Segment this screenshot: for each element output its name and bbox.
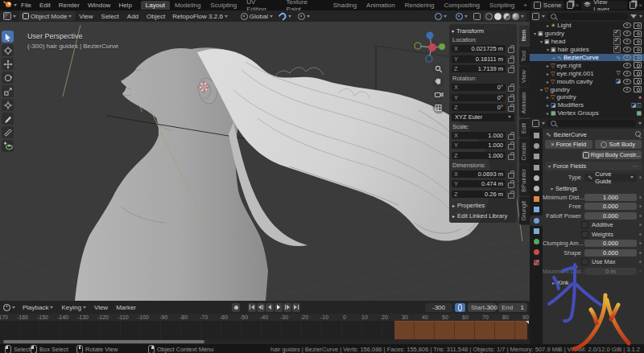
- preview-range-toggle[interactable]: [455, 303, 465, 312]
- outliner-row-light[interactable]: ▸☀Light: [530, 22, 644, 30]
- camera-visibility-icon[interactable]: [634, 86, 642, 92]
- modifiers-tab-button[interactable]: [531, 206, 541, 213]
- select-box-tool-button[interactable]: [2, 31, 14, 43]
- outliner-row-eye-right-001[interactable]: ▸▽eye.right.001▽: [530, 69, 644, 77]
- lock-icon[interactable]: [508, 47, 514, 53]
- outliner-row-gundry[interactable]: ▾▽gundry: [530, 85, 644, 93]
- shading-rendered-icon[interactable]: [512, 13, 519, 20]
- viewport-menu-add[interactable]: Add: [123, 13, 142, 20]
- next-keyframe-button[interactable]: [283, 303, 291, 312]
- lock-icon[interactable]: [508, 86, 514, 92]
- dimensions-z-field[interactable]: Z0.26 m: [452, 191, 506, 198]
- soft-body-button[interactable]: Soft Body: [595, 140, 642, 149]
- timeline-tracks[interactable]: [0, 321, 530, 340]
- viewport-nav-buttons[interactable]: [433, 64, 445, 114]
- animate-dot[interactable]: [639, 261, 642, 263]
- workspace-tab-compositing[interactable]: Compositing: [440, 1, 485, 10]
- n-tab-item[interactable]: Item: [519, 26, 530, 46]
- disclosure-open-icon[interactable]: ▾: [532, 31, 538, 36]
- timeline-menu-playback[interactable]: Playback: [19, 304, 57, 311]
- disclosure-closed-icon[interactable]: ▸: [545, 71, 551, 76]
- exclude-checkbox[interactable]: [613, 38, 621, 45]
- viewport-3d[interactable]: User Perspective (-300) hair guides | Be…: [0, 22, 530, 301]
- add-cube-tool-button[interactable]: [2, 140, 14, 152]
- filter-icon[interactable]: [630, 14, 637, 18]
- checkbox-use-max[interactable]: [581, 258, 588, 265]
- eye-visibility-icon[interactable]: [623, 39, 631, 44]
- checkbox-weights[interactable]: [581, 231, 588, 238]
- menu-file[interactable]: File: [17, 2, 35, 9]
- animate-dot[interactable]: [639, 233, 642, 236]
- location-x-field[interactable]: X0.021725 m: [452, 45, 506, 52]
- rotation-mode-dropdown[interactable]: XYZ Euler: [452, 113, 514, 121]
- timeline-ruler[interactable]: -170-160-150-140-130-120-110-100-90-80-7…: [0, 314, 530, 321]
- render-tab-button[interactable]: [531, 142, 541, 150]
- eye-visibility-icon[interactable]: [623, 71, 631, 76]
- dimensions-y-field[interactable]: Y0.474 m: [452, 180, 506, 187]
- axis-x-handle[interactable]: [428, 43, 436, 51]
- disclosure-closed-icon[interactable]: ▸: [545, 23, 551, 28]
- location-z-field[interactable]: Z1.7139 m: [452, 65, 506, 72]
- workspace-tab-scripting[interactable]: Scripting: [485, 1, 519, 10]
- shading-material-icon[interactable]: [503, 13, 510, 20]
- disclosure-closed-icon[interactable]: ▸: [545, 94, 551, 100]
- menu-edit[interactable]: Edit: [35, 2, 55, 9]
- panel-menu-icon[interactable]: ⋯: [633, 162, 639, 170]
- current-frame-field[interactable]: -300: [425, 303, 452, 312]
- axis-z-handle[interactable]: [427, 32, 434, 39]
- lock-icon[interactable]: [508, 183, 514, 188]
- n-tab-tool[interactable]: Tool: [519, 47, 530, 66]
- add-workspace-button[interactable]: +: [519, 2, 531, 9]
- force-fields-panel-header[interactable]: ▾ Force Fields ⋯: [545, 162, 642, 170]
- remove-icon[interactable]: ×: [551, 141, 554, 148]
- axis-z-neg-handle[interactable]: [426, 55, 432, 62]
- rotate-tool-button[interactable]: [2, 72, 14, 84]
- animate-dot[interactable]: [639, 205, 642, 207]
- blender-logo-icon[interactable]: [3, 1, 12, 10]
- lock-icon[interactable]: [508, 96, 514, 102]
- move-tool-button[interactable]: [2, 58, 14, 70]
- eye-visibility-icon[interactable]: [623, 63, 631, 68]
- play-button[interactable]: [275, 303, 283, 312]
- property-slider[interactable]: 0.000: [584, 249, 637, 257]
- n-tab-edit[interactable]: Edit: [519, 119, 530, 138]
- viewport-menu-object[interactable]: Object: [142, 13, 169, 20]
- prev-keyframe-button[interactable]: [257, 303, 265, 312]
- location-y-field[interactable]: Y0.16111 m: [452, 55, 506, 63]
- workspace-tab-rendering[interactable]: Rendering: [400, 1, 440, 10]
- collapsed-panel-edit-linked-library[interactable]: ▸Edit Linked Library: [452, 212, 514, 220]
- retopoflow-menu[interactable]: RetopoFlow 3.2.6: [169, 11, 231, 21]
- workspace-tab-shading[interactable]: Shading: [328, 1, 361, 10]
- animate-dot[interactable]: [639, 215, 642, 217]
- checkbox-additive[interactable]: [581, 221, 588, 228]
- scale-x-field[interactable]: X1.000: [452, 132, 506, 139]
- jump-to-start-button[interactable]: [248, 303, 256, 312]
- outliner-row-gundry[interactable]: ▾▣gundry: [530, 30, 644, 38]
- scale-z-field[interactable]: Z1.000: [452, 152, 506, 159]
- end-frame-field[interactable]: End1: [498, 303, 527, 312]
- transform-orientation-dropdown[interactable]: Global: [237, 11, 276, 21]
- lock-icon[interactable]: [508, 106, 514, 112]
- texture-tab-button[interactable]: [531, 259, 541, 266]
- constraints-tab-button[interactable]: [531, 228, 541, 235]
- camera-visibility-icon[interactable]: [634, 31, 642, 37]
- nav-gizmo[interactable]: [415, 32, 445, 63]
- dimensions-x-field[interactable]: X0.0693 m: [452, 170, 506, 178]
- workspace-tab-layout[interactable]: Layout: [141, 1, 170, 10]
- camera-visibility-icon[interactable]: [634, 55, 642, 61]
- n-tab-bpainter[interactable]: BPainter: [519, 165, 530, 196]
- world-tab-button[interactable]: [531, 185, 541, 192]
- disclosure-open-icon[interactable]: ▾: [539, 39, 544, 44]
- kink-panel-header[interactable]: ▸ Kink: [543, 276, 644, 286]
- disclosure-closed-icon[interactable]: ▸: [545, 110, 551, 116]
- axis-y-handle[interactable]: [439, 43, 445, 50]
- property-slider[interactable]: 1.000: [584, 194, 637, 201]
- scale-y-field[interactable]: Y1.000: [452, 142, 506, 149]
- disclosure-open-icon[interactable]: ▾: [545, 47, 551, 52]
- eye-visibility-icon[interactable]: [623, 87, 631, 92]
- shading-wireframe-icon[interactable]: [485, 13, 493, 20]
- eye-visibility-icon[interactable]: [623, 47, 631, 52]
- new-scene-icon[interactable]: [567, 2, 573, 9]
- outliner-row-modifiers[interactable]: ▸◪Modifiers◪◫: [530, 101, 644, 109]
- material-tab-button[interactable]: [531, 248, 541, 256]
